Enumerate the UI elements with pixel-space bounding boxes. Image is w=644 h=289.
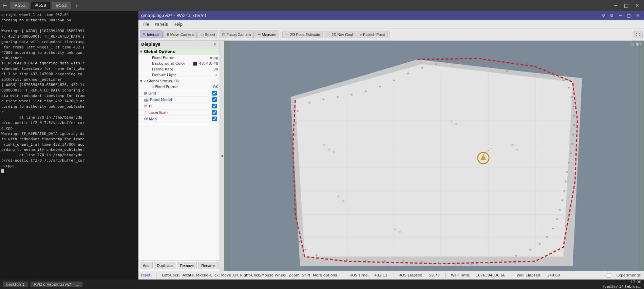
svg-point-71 — [393, 80, 395, 82]
reset-label[interactable]: reset — [141, 273, 151, 277]
focus-camera-button[interactable]: ◎ Focus Camera — [219, 30, 254, 38]
interact-icon: ↖ — [143, 32, 146, 37]
frame-rate-value[interactable]: 30 — [213, 67, 218, 71]
default-light-row: Default Light ✓ — [138, 72, 220, 78]
laserscan-label: LaserScan — [149, 110, 168, 115]
frame-rate-label: Frame Rate — [152, 67, 173, 71]
displays-panel-close[interactable]: ✕ — [213, 42, 217, 47]
experimental-checkbox[interactable] — [607, 273, 611, 277]
global-status-header[interactable]: ▼ ✓ Global Status: Ok — [138, 78, 220, 84]
svg-point-73 — [421, 67, 423, 69]
maximize-button[interactable]: □ — [622, 2, 630, 9]
terminal-icon: ⊢ — [3, 2, 7, 9]
svg-point-56 — [293, 218, 296, 220]
svg-point-49 — [365, 260, 367, 262]
svg-point-69 — [365, 90, 367, 92]
map-icon: 🗺 — [144, 117, 148, 121]
3d-viewport[interactable]: 12 fps — [224, 41, 644, 271]
rviz-maximize-button[interactable]: □ — [625, 13, 632, 18]
ros-time-value: 432.12 — [374, 273, 387, 277]
close-button[interactable]: ✕ — [633, 2, 641, 9]
status-fixed-frame-label: Fixed Frame — [155, 85, 177, 89]
menu-help[interactable]: Help — [171, 21, 185, 27]
tab-558[interactable]: #558 — [31, 2, 50, 9]
tab-562[interactable]: #562 — [52, 2, 71, 9]
grid-checkbox[interactable] — [212, 91, 217, 96]
tf-item[interactable]: ⇄ TF — [138, 103, 220, 109]
rviz-restore-button[interactable]: ⧉ — [609, 13, 615, 18]
map-visualization — [224, 41, 644, 271]
fixed-frame-value[interactable]: map — [210, 56, 218, 60]
svg-rect-89 — [451, 121, 453, 123]
svg-point-37 — [546, 236, 548, 238]
rviz-minimize-button[interactable]: ─ — [617, 13, 623, 18]
measure-button[interactable]: ⇿ Measure — [254, 30, 279, 38]
add-button[interactable]: Add — [140, 262, 153, 269]
tf-checkbox[interactable] — [212, 104, 217, 108]
rename-button[interactable]: Rename — [198, 262, 219, 269]
fps-display: 12 fps — [630, 42, 641, 46]
terminal-title-bar: ⊢ #551 #558 #562 + ─ □ ✕ — [0, 0, 644, 11]
svg-point-29 — [568, 162, 570, 164]
svg-point-75 — [450, 60, 452, 62]
nav-icon: → — [327, 33, 330, 37]
map-display-row: 🗺 Map — [138, 116, 220, 122]
terminal-output: e right_wheel_1 at time 432.04 cording t… — [1, 12, 137, 169]
2d-pose-button[interactable]: → 2D Pose Estimate — [282, 31, 323, 38]
wall-elapsed-label: Wall Elapsed: — [517, 273, 542, 277]
laserscan-checkbox[interactable] — [212, 110, 217, 115]
laserscan-item[interactable]: ◌ LaserScan — [138, 109, 220, 116]
svg-point-24 — [573, 115, 575, 117]
default-light-value[interactable]: ✓ — [215, 73, 218, 77]
minimize-button[interactable]: ─ — [612, 2, 619, 9]
svg-point-46 — [421, 261, 423, 263]
duplicate-button[interactable]: Duplicate — [154, 262, 176, 269]
select-button[interactable]: ▭ Select — [197, 30, 219, 38]
remove-button[interactable]: Remove — [177, 262, 197, 269]
svg-point-27 — [571, 143, 573, 145]
panel-collapse-handle[interactable]: ◀ — [220, 41, 224, 271]
laserscan-icon: ◌ — [144, 110, 147, 115]
robotmodel-checkbox[interactable] — [212, 97, 217, 102]
svg-point-18 — [544, 71, 546, 73]
rviz-window: gmapping.rviz* - RViz (3_xterm) ↺ ⧉ ─ □ … — [138, 11, 644, 280]
publish-point-button[interactable]: ● Publish Point — [357, 31, 388, 38]
svg-point-77 — [478, 58, 480, 60]
tf-label: TF — [148, 104, 153, 108]
robotmodel-item[interactable]: 🤖 RobotModel — [138, 97, 220, 103]
bg-color-value[interactable]: 48; 48; 48 — [193, 61, 218, 66]
taskbar-rviz[interactable]: RViz gmapping.rviz* - ... — [31, 282, 82, 287]
menu-panels[interactable]: Panels — [152, 21, 171, 27]
map-checkbox[interactable] — [212, 117, 217, 121]
2d-nav-button[interactable]: → 2D Nav Goal — [324, 31, 356, 38]
move-camera-button[interactable]: ⊕ Move Camera — [163, 30, 197, 38]
interact-button[interactable]: ↖ Interact — [140, 30, 163, 38]
tab-551[interactable]: #551 — [10, 2, 30, 9]
svg-point-43 — [471, 263, 473, 265]
svg-point-26 — [572, 133, 574, 136]
svg-point-53 — [305, 249, 307, 251]
map-item[interactable]: 🗺 Map — [138, 116, 220, 122]
rviz-close-button[interactable]: ✕ — [634, 13, 641, 18]
wall-elapsed-value: 149.60 — [547, 273, 560, 277]
rviz-refresh-button[interactable]: ↺ — [600, 13, 607, 18]
svg-point-23 — [573, 105, 575, 107]
global-options-header[interactable]: ▼ Global Options — [138, 48, 220, 55]
fullscreen-button[interactable]: ⛶ — [633, 31, 643, 38]
new-tab-button[interactable]: + — [72, 2, 81, 9]
grid-item[interactable]: ⊞ Grid — [138, 90, 220, 96]
robotmodel-icon: 🤖 — [144, 98, 149, 102]
svg-point-52 — [316, 254, 318, 256]
grid-icon: ⊞ — [144, 91, 147, 96]
status-fixed-frame-row: ✓ Fixed Frame OK — [138, 84, 220, 90]
svg-point-51 — [329, 257, 332, 260]
collapse-icon: ◀ — [221, 154, 223, 158]
toolbar-separator-1 — [281, 30, 281, 39]
svg-point-14 — [506, 70, 508, 72]
menu-file[interactable]: File — [140, 21, 152, 27]
taskbar-desktop[interactable]: desktop 1 — [3, 282, 28, 287]
grid-label: Grid — [148, 91, 156, 96]
status-sep-2 — [393, 273, 393, 278]
taskbar: desktop 1 RViz gmapping.rviz* - ... 17:0… — [0, 280, 644, 289]
svg-point-30 — [566, 171, 568, 173]
